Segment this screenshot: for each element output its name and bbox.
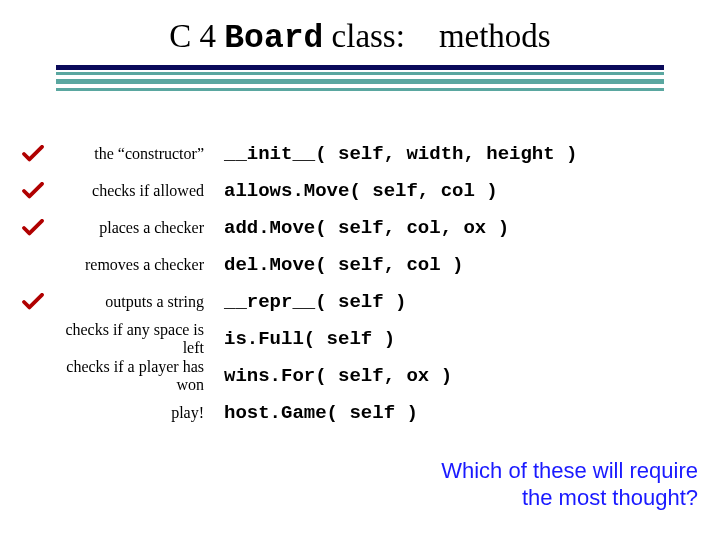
method-desc: the “constructor” [46, 145, 210, 163]
method-desc: checks if a player has won [46, 358, 210, 394]
question-line2: the most thought? [522, 485, 698, 510]
method-list: the “constructor”__init__( self, width, … [20, 135, 720, 431]
footer-question: Which of these will require the most tho… [441, 458, 698, 512]
method-row: places a checkeradd.Move( self, col, ox … [20, 209, 720, 246]
question-line1: Which of these will require [441, 458, 698, 483]
method-desc: removes a checker [46, 256, 210, 274]
checkmark-icon [22, 145, 44, 163]
check-cell [20, 293, 46, 311]
check-cell [20, 219, 46, 237]
checkmark-icon [22, 293, 44, 311]
check-cell [20, 182, 46, 200]
method-code: is.Full( self ) [210, 328, 395, 350]
method-code: host.Game( self ) [210, 402, 418, 424]
method-row: checks if allowedallows.Move( self, col … [20, 172, 720, 209]
checkmark-icon [22, 182, 44, 200]
checkmark-icon [22, 219, 44, 237]
method-code: wins.For( self, ox ) [210, 365, 452, 387]
method-row: outputs a string__repr__( self ) [20, 283, 720, 320]
method-desc: outputs a string [46, 293, 210, 311]
method-code: del.Move( self, col ) [210, 254, 463, 276]
title-container: C 4 Board class:methods [0, 0, 720, 57]
method-row: checks if a player has wonwins.For( self… [20, 357, 720, 394]
title-underline [56, 65, 664, 91]
method-row: play!host.Game( self ) [20, 394, 720, 431]
title-methods: methods [439, 18, 551, 54]
title-mono: Board [224, 20, 323, 57]
method-desc: places a checker [46, 219, 210, 237]
slide-title: C 4 Board class:methods [169, 18, 550, 57]
method-row: removes a checkerdel.Move( self, col ) [20, 246, 720, 283]
method-row: checks if any space is leftis.Full( self… [20, 320, 720, 357]
title-pre: C 4 [169, 18, 224, 54]
method-code: __init__( self, width, height ) [210, 143, 577, 165]
method-code: allows.Move( self, col ) [210, 180, 498, 202]
method-code: __repr__( self ) [210, 291, 406, 313]
method-code: add.Move( self, col, ox ) [210, 217, 509, 239]
method-desc: play! [46, 404, 210, 422]
title-post: class: [323, 18, 405, 54]
check-cell [20, 145, 46, 163]
method-desc: checks if allowed [46, 182, 210, 200]
method-desc: checks if any space is left [46, 321, 210, 357]
method-row: the “constructor”__init__( self, width, … [20, 135, 720, 172]
